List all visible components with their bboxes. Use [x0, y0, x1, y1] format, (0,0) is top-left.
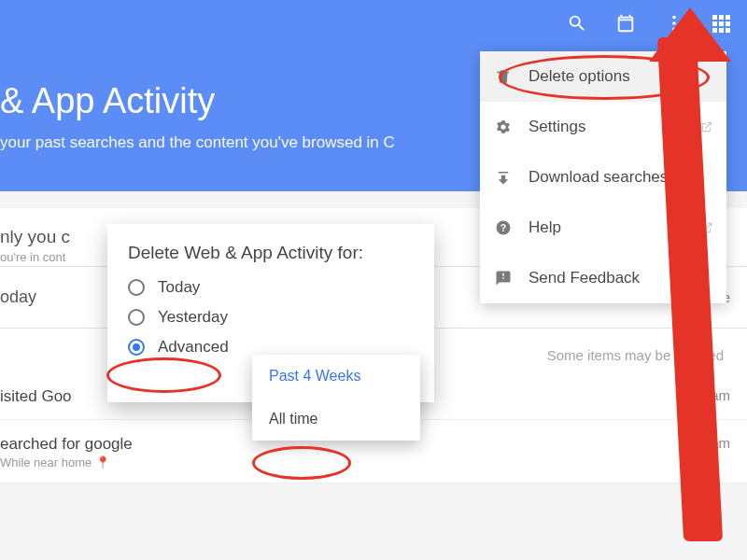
help-icon: ? — [495, 219, 512, 236]
radio-icon — [128, 339, 145, 356]
radio-advanced[interactable]: Advanced — [128, 338, 430, 357]
trash-icon — [495, 68, 512, 85]
menu-item-label: Send Feedback — [529, 269, 640, 287]
radio-yesterday[interactable]: Yesterday — [128, 308, 430, 327]
radio-icon — [128, 309, 145, 326]
delete-dialog: Delete Web & App Activity for: Today Yes… — [107, 224, 434, 402]
section-today-label: oday — [0, 287, 36, 307]
calendar-icon[interactable] — [615, 13, 636, 34]
download-icon — [495, 169, 512, 186]
menu-item-label: Delete options — [529, 67, 630, 86]
menu-item-label: Download searches — [529, 168, 668, 187]
activity-item-title: isited Goo — [0, 387, 72, 406]
page-title: & App Activity — [0, 81, 215, 121]
menu-item-label: Help — [529, 218, 561, 237]
menu-item-label: Settings — [529, 118, 585, 136]
radio-label: Yesterday — [158, 308, 228, 327]
radio-label: Today — [158, 278, 200, 297]
advanced-submenu: Past 4 Weeks All time — [252, 355, 420, 441]
activity-item-title: earched for google — [0, 435, 133, 454]
radio-icon — [128, 279, 145, 296]
subopt-all-time[interactable]: All time — [252, 398, 420, 441]
gear-icon — [495, 119, 512, 135]
page-subtitle: your past searches and the content you'v… — [0, 133, 395, 152]
dialog-title: Delete Web & App Activity for: — [128, 243, 430, 263]
svg-text:?: ? — [500, 222, 506, 233]
external-icon — [700, 120, 713, 133]
activity-item-sub: While near home 📍 — [0, 455, 133, 469]
search-icon[interactable] — [567, 13, 587, 34]
radio-label: Advanced — [158, 338, 229, 357]
radio-today[interactable]: Today — [128, 278, 430, 297]
feedback-icon — [495, 270, 512, 287]
annotation-arrow-head — [649, 7, 731, 62]
subopt-past-4-weeks[interactable]: Past 4 Weeks — [252, 355, 420, 398]
